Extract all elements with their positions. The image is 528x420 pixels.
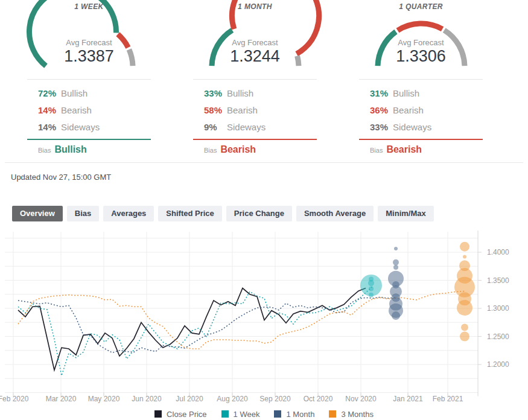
avg-forecast-value: 1.3387 <box>38 47 141 66</box>
gauge-1-week: Avg Forecast 1.3387 <box>38 18 141 71</box>
bias-row: Bias Bearish <box>193 144 317 156</box>
sideways-row: 14% Sideways <box>27 118 151 135</box>
bullish-row: 31% Bullish <box>359 84 483 101</box>
bearish-percent: 36% <box>370 105 393 115</box>
tab-overview[interactable]: Overview <box>12 206 63 221</box>
bearish-label: Bearish <box>61 105 92 115</box>
chart-tabs: Overview Bias Averages Shifted Price Pri… <box>12 206 528 221</box>
avg-forecast-label: Avg Forecast <box>38 38 141 47</box>
tab-bias[interactable]: Bias <box>67 206 99 221</box>
svg-text:Sep 2020: Sep 2020 <box>259 395 291 403</box>
legend-1-week[interactable]: 1 Week <box>221 410 260 419</box>
bias-underline <box>27 139 151 140</box>
bullish-row: 72% Bullish <box>27 84 151 101</box>
chart-canvas: Feb 2020Mar 2020May 2020Jun 2020Jul 2020… <box>0 227 528 408</box>
panel-1-month: 1 MONTH Avg Forecast 1.3244 33% Bullish … <box>193 2 317 156</box>
panel-1-week: 1 WEEK Avg Forecast 1.3387 72% Bullish 1… <box>27 2 151 156</box>
svg-text:May 2020: May 2020 <box>88 395 120 403</box>
forecast-panels: 1 WEEK Avg Forecast 1.3387 72% Bullish 1… <box>0 0 528 156</box>
tab-shifted-price[interactable]: Shifted Price <box>158 206 221 221</box>
bias-label: Bias <box>38 147 51 154</box>
bias-label: Bias <box>204 147 217 154</box>
three-months-swatch <box>329 410 336 418</box>
svg-text:1.3500: 1.3500 <box>487 276 509 285</box>
bullish-percent: 31% <box>370 88 393 98</box>
svg-text:Mar 2020: Mar 2020 <box>46 395 77 403</box>
sideways-label: Sideways <box>393 122 431 132</box>
panel-1-quarter: 1 QUARTER Avg Forecast 1.3306 31% Bullis… <box>359 2 483 156</box>
one-week-swatch <box>221 410 229 418</box>
tab-price-change[interactable]: Price Change <box>226 206 292 221</box>
svg-text:Feb 2021: Feb 2021 <box>433 395 463 403</box>
bullish-label: Bullish <box>393 88 419 98</box>
legend-label: 1 Week <box>234 410 260 419</box>
bearish-row: 36% Bearish <box>359 101 483 118</box>
close-price-swatch <box>154 410 162 418</box>
bullish-label: Bullish <box>227 88 253 98</box>
legend-1-month[interactable]: 1 Month <box>274 410 314 419</box>
bearish-percent: 14% <box>38 105 61 115</box>
sideways-percent: 9% <box>204 122 227 132</box>
bias-underline <box>359 139 483 140</box>
avg-forecast-value: 1.3306 <box>370 47 472 66</box>
bias-underline <box>193 139 317 140</box>
svg-text:1.2500: 1.2500 <box>487 332 509 341</box>
legend-3-months[interactable]: 3 Months <box>329 410 373 419</box>
section-divider <box>5 162 523 163</box>
bearish-label: Bearish <box>393 105 424 115</box>
svg-text:Jul 2020: Jul 2020 <box>176 395 203 403</box>
svg-text:Oct 2020: Oct 2020 <box>304 395 333 403</box>
bullish-row: 33% Bullish <box>193 84 317 101</box>
sideways-label: Sideways <box>61 122 100 132</box>
panel-title: 1 QUARTER <box>359 2 483 11</box>
legend-close-price[interactable]: Close Price <box>154 410 206 419</box>
svg-text:Aug 2020: Aug 2020 <box>217 395 248 403</box>
bias-value: Bullish <box>54 144 86 155</box>
bearish-label: Bearish <box>227 105 258 115</box>
bias-row: Bias Bullish <box>27 144 151 156</box>
bullish-label: Bullish <box>61 88 87 98</box>
avg-forecast-label: Avg Forecast <box>204 38 307 47</box>
svg-text:Jun 2020: Jun 2020 <box>132 395 162 403</box>
gauge-1-quarter: Avg Forecast 1.3306 <box>370 18 472 71</box>
sideways-percent: 33% <box>370 122 393 132</box>
tab-minim-max[interactable]: Minim/Max <box>378 206 433 221</box>
chart-legend: Close Price 1 Week 1 Month 3 Months <box>0 408 528 420</box>
bias-value: Bearish <box>386 144 422 155</box>
updated-timestamp: Updated Nov 27, 15:00 GMT <box>11 173 528 182</box>
one-month-swatch <box>274 410 281 418</box>
bearish-row: 58% Bearish <box>193 101 317 118</box>
avg-forecast-label: Avg Forecast <box>370 38 472 47</box>
sideways-percent: 14% <box>38 122 61 132</box>
panel-separator <box>359 79 483 80</box>
tab-averages[interactable]: Averages <box>103 206 154 221</box>
panel-separator <box>193 79 317 80</box>
svg-text:Jan 2021: Jan 2021 <box>393 395 423 403</box>
panel-title: 1 WEEK <box>27 2 151 11</box>
legend-label: 3 Months <box>341 410 373 419</box>
forecast-chart: Feb 2020Mar 2020May 2020Jun 2020Jul 2020… <box>0 227 528 408</box>
bearish-row: 14% Bearish <box>27 101 151 118</box>
bearish-percent: 58% <box>204 105 227 115</box>
bias-value: Bearish <box>220 144 256 155</box>
sideways-label: Sideways <box>227 122 266 132</box>
svg-text:1.2000: 1.2000 <box>487 360 509 369</box>
svg-text:Nov 2020: Nov 2020 <box>345 395 377 403</box>
panel-title: 1 MONTH <box>193 2 317 11</box>
legend-label: Close Price <box>167 410 206 419</box>
avg-forecast-value: 1.3244 <box>204 47 307 66</box>
panel-separator <box>27 79 151 80</box>
bias-label: Bias <box>370 147 383 154</box>
svg-text:1.4000: 1.4000 <box>487 248 509 256</box>
tab-smooth-average[interactable]: Smooth Average <box>296 206 374 221</box>
bullish-percent: 33% <box>204 88 227 98</box>
legend-label: 1 Month <box>286 410 314 419</box>
svg-text:1.3000: 1.3000 <box>487 304 509 313</box>
bullish-percent: 72% <box>38 88 61 98</box>
bias-row: Bias Bearish <box>359 144 483 156</box>
sideways-row: 33% Sideways <box>359 118 483 135</box>
sideways-row: 9% Sideways <box>193 118 317 135</box>
gauge-1-month: Avg Forecast 1.3244 <box>204 18 307 71</box>
svg-text:Feb 2020: Feb 2020 <box>0 395 29 403</box>
